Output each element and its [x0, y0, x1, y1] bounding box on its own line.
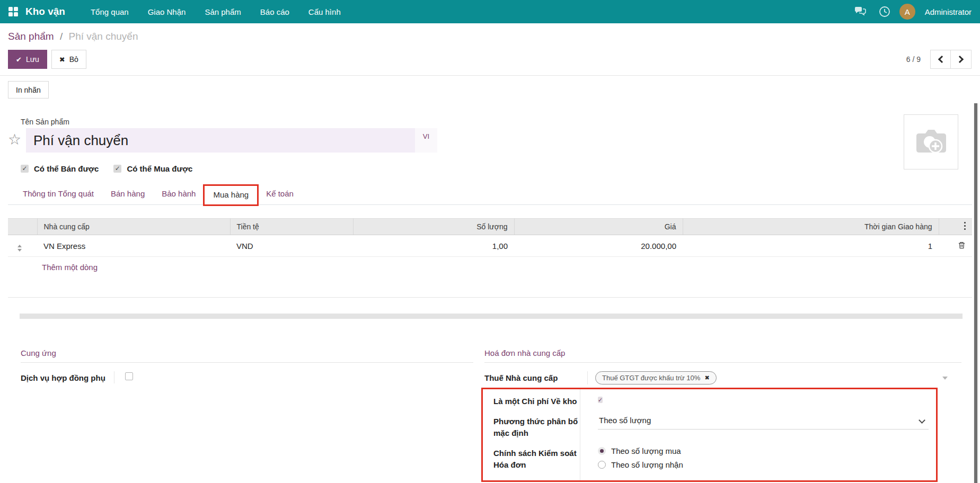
control-policy-option-ordered[interactable]: Theo số lượng mua	[598, 446, 929, 455]
subcontract-service-checkbox[interactable]	[125, 372, 133, 380]
vendor-cell[interactable]: VN Express	[37, 235, 230, 257]
product-image-upload[interactable]	[904, 114, 958, 169]
apps-grid-icon[interactable]	[8, 7, 18, 16]
split-method-value: Theo số lượng	[599, 416, 651, 425]
nav-item-giao-nhan[interactable]: Giao Nhận	[140, 1, 193, 23]
print-label-button[interactable]: In nhãn	[8, 81, 49, 99]
app-name[interactable]: Kho vận	[25, 6, 65, 17]
product-name-row: ☆ VI	[8, 128, 972, 153]
control-policy-label: Chính sách Kiểm soát Hóa đơn	[493, 446, 590, 474]
pager-count: 6 / 9	[906, 55, 921, 64]
quantity-column-header[interactable]: Số lượng	[353, 219, 514, 235]
quantity-cell[interactable]: 1,00	[353, 235, 514, 257]
discard-button-label: Bỏ	[69, 55, 78, 64]
chevron-left-icon	[938, 56, 945, 63]
product-type-checkboxes: ✓ Có thể Bán được ✓ Có thể Mua được	[21, 164, 972, 173]
vertical-dots-icon	[964, 222, 966, 223]
radio-label: Theo số lượng nhận	[611, 460, 683, 469]
nav-item-bao-cao[interactable]: Báo cáo	[253, 1, 297, 23]
product-name-input[interactable]	[26, 128, 415, 153]
delivery-column-header[interactable]: Thời gian Giao hàng	[683, 219, 939, 235]
vendor-column-header[interactable]: Nhà cung cấp	[37, 219, 230, 235]
radio-selected-icon	[598, 447, 606, 455]
tag-remove-icon[interactable]: ✖	[704, 374, 709, 381]
vertical-scrollbar[interactable]	[974, 103, 978, 483]
top-navbar: Kho vận Tổng quan Giao Nhận Sản phẩm Báo…	[0, 0, 980, 23]
save-button[interactable]: ✔ Lưu	[8, 50, 47, 69]
tax-tag[interactable]: Thuế GTGT được khấu trừ 10% ✖	[595, 371, 717, 384]
table-row[interactable]: VN Express VND 1,00 20.000,00 1	[8, 235, 972, 257]
annotation-highlight-box: Là một Chi phí Về kho ✓ Phương thức phân…	[481, 388, 938, 482]
can-be-sold-label: Có thể Bán được	[34, 164, 99, 173]
vendor-pricelist-table: Nhà cung cấp Tiền tệ Số lượng Giá Thời g…	[8, 218, 972, 298]
screen: Kho vận Tổng quan Giao Nhận Sản phẩm Báo…	[0, 0, 980, 483]
breadcrumb-current: Phí vận chuyển	[68, 31, 138, 42]
favorite-star-icon[interactable]: ☆	[8, 128, 21, 153]
subcontract-service-label: Dịch vụ hợp đồng phụ	[21, 371, 114, 383]
x-icon: ✖	[59, 56, 65, 64]
currency-column-header[interactable]: Tiền tệ	[230, 219, 353, 235]
procurement-title: Cung ứng	[21, 348, 473, 363]
chat-icon[interactable]	[851, 2, 870, 21]
checkbox-check-icon: ✓	[113, 165, 121, 173]
avatar[interactable]: A	[899, 4, 915, 20]
price-column-header[interactable]: Giá	[514, 219, 683, 235]
activity-clock-icon[interactable]	[875, 2, 894, 21]
check-icon: ✔	[16, 56, 22, 64]
optional-columns-header[interactable]	[939, 219, 972, 235]
control-policy-option-received[interactable]: Theo số lượng nhận	[598, 460, 929, 469]
chevron-down-icon	[919, 417, 925, 424]
checkbox-check-icon: ✓	[21, 165, 29, 173]
systray: A Administrator	[851, 2, 972, 21]
chevron-right-icon	[956, 56, 964, 63]
can-be-purchased-label: Có thể Mua được	[127, 164, 192, 173]
vendor-tax-field[interactable]: Thuế GTGT được khấu trừ 10% ✖	[587, 371, 961, 384]
radio-label: Theo số lượng mua	[611, 446, 681, 455]
tab-sales[interactable]: Bán hàng	[102, 185, 153, 204]
drag-handle-icon[interactable]	[14, 245, 22, 252]
nav-menu: Tổng quan Giao Nhận Sản phẩm Báo cáo Cấu…	[83, 1, 348, 23]
breadcrumb-parent[interactable]: Sản phẩm	[8, 31, 54, 42]
control-panel: Sản phẩm / Phí vận chuyển ✔ Lưu ✖ Bỏ 6 /…	[0, 23, 980, 76]
trash-icon[interactable]	[958, 241, 966, 249]
can-be-sold-checkbox[interactable]: ✓ Có thể Bán được	[21, 164, 99, 173]
table-header-row: Nhà cung cấp Tiền tệ Số lượng Giá Thời g…	[8, 219, 972, 235]
price-cell[interactable]: 20.000,00	[514, 235, 683, 257]
can-be-purchased-checkbox[interactable]: ✓ Có thể Mua được	[113, 164, 192, 173]
split-method-select[interactable]: Theo số lượng	[598, 415, 929, 430]
form-sheet: Tên Sản phẩm ☆ VI ✓ Có thể Bán được ✓ Có…	[0, 105, 980, 482]
currency-cell[interactable]: VND	[230, 235, 353, 257]
nav-item-cau-hinh[interactable]: Cấu hình	[301, 1, 348, 23]
tab-general-info[interactable]: Thông tin Tổng quát	[14, 185, 102, 204]
landed-cost-checkbox[interactable]: ✓	[598, 397, 603, 403]
pager-next-button[interactable]	[951, 50, 972, 69]
nav-item-tong-quan[interactable]: Tổng quan	[83, 1, 136, 23]
add-line-link[interactable]: Thêm một dòng	[8, 257, 972, 278]
horizontal-scrollbar[interactable]	[20, 314, 963, 319]
pager	[930, 50, 972, 69]
split-method-label: Phương thức phân bổ mặc định	[493, 415, 590, 439]
radio-unselected-icon	[598, 461, 606, 469]
action-band: In nhãn	[0, 76, 980, 105]
save-button-label: Lưu	[26, 55, 39, 64]
notebook-tabs: Thông tin Tổng quát Bán hàng Bảo hành Mu…	[8, 185, 972, 205]
pager-previous-button[interactable]	[930, 50, 951, 69]
breadcrumb-separator: /	[60, 31, 63, 42]
delivery-cell[interactable]: 1	[683, 235, 939, 257]
nav-item-san-pham[interactable]: Sản phẩm	[197, 1, 248, 23]
tab-purchase[interactable]: Mua hàng	[204, 185, 258, 205]
translation-badge[interactable]: VI	[415, 128, 437, 153]
delivery-value: 1	[928, 241, 932, 251]
discard-button[interactable]: ✖ Bỏ	[51, 50, 86, 69]
user-menu[interactable]: Administrator	[925, 7, 972, 16]
tab-accounting[interactable]: Kế toán	[258, 185, 302, 204]
tab-warranty[interactable]: Bảo hành	[153, 185, 204, 204]
procurement-section: Cung ứng Dịch vụ hợp đồng phụ	[8, 348, 473, 482]
product-name-label: Tên Sản phẩm	[21, 118, 972, 126]
tax-tag-label: Thuế GTGT được khấu trừ 10%	[602, 374, 700, 382]
vendor-bills-section: Hoá đơn nhà cung cấp Thuế Nhà cung cấp T…	[484, 348, 961, 482]
handle-column-header	[8, 219, 37, 235]
dropdown-caret-icon[interactable]	[942, 377, 948, 380]
breadcrumb: Sản phẩm / Phí vận chuyển	[8, 31, 972, 42]
scrollbar-thumb[interactable]	[974, 103, 977, 483]
